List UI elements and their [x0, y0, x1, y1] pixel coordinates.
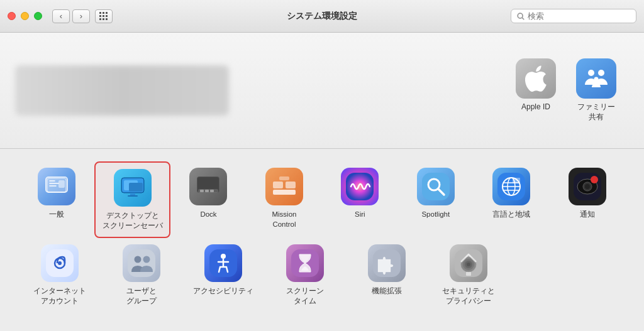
security-label: セキュリティとプライバシー	[442, 286, 495, 306]
accessibility-icon	[204, 244, 242, 282]
svg-point-44	[135, 256, 142, 263]
forward-button[interactable]: ›	[72, 9, 90, 23]
svg-rect-22	[273, 190, 296, 195]
grid-item-security[interactable]: セキュリティとプライバシー	[428, 238, 509, 312]
screentime-label: スクリーンタイム	[286, 286, 324, 306]
svg-point-4	[594, 77, 599, 82]
svg-rect-43	[128, 249, 155, 277]
svg-rect-11	[129, 183, 143, 192]
spotlight-label: Spotlight	[421, 209, 450, 219]
svg-rect-23	[279, 176, 289, 180]
search-input[interactable]	[528, 11, 628, 21]
fullscreen-button[interactable]	[34, 12, 42, 20]
back-button[interactable]: ‹	[52, 9, 70, 23]
svg-rect-21	[286, 182, 296, 188]
desktop-label: デスクトップとスクリーンセーバ	[103, 210, 163, 231]
top-section: Apple ID ファミリー共有	[0, 33, 644, 149]
grid-item-language[interactable]: 言語と地域	[474, 161, 549, 238]
grid-item-desktop[interactable]: デスクトップとスクリーンセーバ	[94, 161, 170, 238]
icon-row-1: 一般 デスクトップとスクリーンセーバ	[19, 161, 625, 238]
grid-item-dock[interactable]: Dock	[170, 161, 246, 238]
internet-icon	[41, 244, 79, 282]
svg-point-54	[467, 263, 470, 266]
close-button[interactable]	[8, 12, 16, 20]
svg-rect-19	[210, 190, 214, 192]
search-box[interactable]	[511, 9, 636, 23]
svg-point-38	[585, 184, 590, 189]
minimize-button[interactable]	[21, 12, 29, 20]
svg-rect-25	[422, 173, 450, 200]
profile-area	[15, 65, 516, 116]
family-label: ファミリー共有	[577, 102, 615, 122]
svg-point-42	[58, 261, 62, 265]
extensions-icon	[368, 244, 406, 282]
window-title: システム環境設定	[287, 11, 357, 22]
apple-id-icon	[516, 58, 556, 99]
apple-id-item[interactable]: Apple ID	[516, 58, 556, 112]
family-icon	[576, 58, 616, 99]
grid-item-mission[interactable]: MissionControl	[247, 161, 322, 238]
screentime-icon	[286, 244, 324, 282]
top-icons: Apple ID ファミリー共有	[516, 58, 629, 122]
notification-label: 通知	[580, 209, 595, 219]
svg-point-0	[518, 13, 523, 18]
security-icon	[450, 244, 487, 282]
svg-rect-13	[128, 195, 138, 197]
language-label: 言語と地域	[492, 209, 530, 219]
family-item[interactable]: ファミリー共有	[576, 58, 616, 122]
grid-item-screentime[interactable]: スクリーンタイム	[264, 238, 346, 312]
family-logo-icon	[582, 67, 610, 90]
dock-label: Dock	[200, 209, 216, 219]
desktop-icon	[114, 169, 152, 207]
grid-section: 一般 デスクトップとスクリーンセーバ	[0, 149, 644, 325]
profile-blur	[15, 65, 229, 116]
titlebar: ‹ › システム環境設定	[0, 0, 644, 33]
apple-id-label: Apple ID	[521, 102, 550, 112]
users-icon	[123, 244, 160, 282]
internet-label: インターネットアカウント	[33, 286, 86, 306]
svg-point-3	[598, 70, 604, 76]
grid-view-button[interactable]	[95, 9, 113, 23]
svg-rect-18	[205, 190, 209, 192]
svg-point-47	[221, 254, 226, 259]
svg-point-39	[591, 176, 598, 183]
nav-buttons: ‹ ›	[52, 9, 90, 23]
mission-icon	[265, 168, 303, 205]
icon-row-2: インターネットアカウント ユーザとグループ	[19, 238, 625, 312]
notification-icon	[569, 168, 606, 205]
accessibility-label: アクセシビリティ	[193, 286, 253, 296]
grid-item-notification[interactable]: 通知	[550, 161, 625, 238]
grid-item-accessibility[interactable]: アクセシビリティ	[182, 238, 264, 312]
general-icon	[38, 168, 75, 205]
svg-point-2	[588, 70, 594, 76]
dock-icon	[189, 168, 227, 205]
apple-logo-icon	[524, 65, 548, 92]
grid-item-extensions[interactable]: 機能拡張	[346, 238, 428, 312]
svg-rect-34	[513, 178, 520, 183]
siri-label: Siri	[355, 209, 365, 219]
svg-rect-55	[466, 272, 471, 276]
extensions-label: 機能拡張	[372, 286, 402, 296]
mission-label: MissionControl	[272, 209, 296, 229]
svg-rect-12	[130, 193, 135, 195]
svg-rect-17	[200, 190, 204, 192]
grid-item-siri[interactable]: Siri	[322, 161, 397, 238]
general-label: 一般	[49, 209, 64, 219]
grid-item-spotlight[interactable]: Spotlight	[398, 161, 474, 238]
siri-icon	[341, 168, 379, 205]
svg-line-1	[522, 18, 524, 19]
users-label: ユーザとグループ	[126, 286, 157, 306]
language-icon	[492, 168, 530, 205]
grid-item-general[interactable]: 一般	[19, 161, 94, 238]
svg-point-45	[143, 256, 150, 263]
grid-item-users[interactable]: ユーザとグループ	[101, 238, 182, 312]
search-icon	[516, 12, 525, 21]
traffic-lights	[8, 12, 42, 20]
svg-rect-20	[273, 182, 283, 188]
svg-rect-7	[58, 180, 65, 188]
grid-item-internet[interactable]: インターネットアカウント	[19, 238, 101, 312]
grid-dots-icon	[99, 12, 108, 21]
spotlight-icon	[417, 168, 455, 205]
